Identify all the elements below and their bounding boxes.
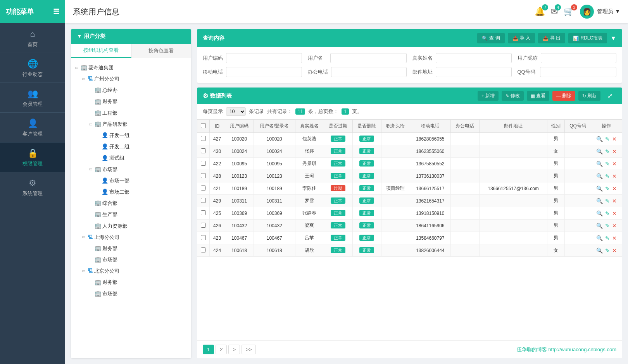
sidebar-item-home[interactable]: ⌂ 首页 — [0, 23, 65, 53]
row-search-icon[interactable]: 🔍 — [596, 173, 603, 179]
row-search-icon[interactable]: 🔍 — [596, 235, 603, 241]
tree-item-gz-4-1[interactable]: 👤开发一组 — [96, 130, 187, 141]
query-expand-button[interactable]: ▼ — [610, 33, 616, 43]
tab-org[interactable]: 按组织机构查看 — [71, 44, 131, 58]
input-user-name[interactable] — [330, 53, 407, 63]
row-checkbox[interactable] — [201, 185, 206, 191]
view-button[interactable]: ▦ 查看 — [527, 91, 549, 101]
row-edit-icon[interactable]: ✎ — [605, 247, 610, 254]
page-btn-2[interactable]: 2 — [216, 345, 227, 354]
tree-item-gz-7[interactable]: 🏢生产部 — [89, 209, 187, 220]
row-search-icon[interactable]: 🔍 — [596, 247, 603, 254]
tree-item-sh[interactable]: ▭🏗上海分公司 — [82, 232, 187, 243]
row-edit-icon[interactable]: ✎ — [605, 161, 610, 167]
refresh-button[interactable]: ↻ 刷新 — [578, 91, 600, 101]
row-edit-icon[interactable]: ✎ — [605, 173, 610, 179]
input-mobile[interactable] — [226, 67, 302, 77]
tab-role[interactable]: 按角色查看 — [131, 44, 192, 58]
tree-item-bj-1[interactable]: 🏢财务部 — [89, 277, 187, 288]
row-delete-icon[interactable]: ✕ — [612, 235, 617, 241]
tree-item-sh-2[interactable]: 🏢市场部 — [89, 254, 187, 265]
row-delete-icon[interactable]: ✕ — [612, 247, 617, 254]
row-search-icon[interactable]: 🔍 — [596, 185, 603, 192]
tree-item-gz[interactable]: ▭ 🏗 广州分公司 — [82, 73, 187, 84]
row-delete-icon[interactable]: ✕ — [612, 136, 617, 142]
input-nickname[interactable] — [541, 53, 617, 63]
delete-button[interactable]: — 删除 — [552, 91, 575, 101]
row-checkbox[interactable] — [201, 198, 206, 203]
row-delete-icon[interactable]: ✕ — [612, 161, 617, 167]
input-qq[interactable] — [540, 67, 617, 77]
row-edit-icon[interactable]: ✎ — [605, 136, 610, 142]
sidebar-item-system[interactable]: ⚙ 系统管理 — [0, 172, 65, 202]
row-search-icon[interactable]: 🔍 — [596, 148, 603, 155]
tree-item-gz-5-2[interactable]: 👤市场二部 — [96, 186, 187, 197]
tree-item-bj-2[interactable]: 🏢市场部 — [89, 288, 187, 299]
tree-item-gz-5[interactable]: ▭🏢市场部 — [89, 164, 187, 175]
row-edit-icon[interactable]: ✎ — [605, 148, 610, 155]
row-edit-icon[interactable]: ✎ — [605, 223, 610, 229]
page-size-select[interactable]: 10 20 50 100 — [226, 107, 246, 116]
row-checkbox[interactable] — [201, 223, 206, 228]
row-search-icon[interactable]: 🔍 — [596, 136, 603, 142]
row-checkbox[interactable] — [201, 161, 206, 166]
page-btn-1[interactable]: 1 — [203, 345, 214, 354]
row-search-icon[interactable]: 🔍 — [596, 198, 603, 204]
import-button[interactable]: 📥 导 入 — [508, 33, 535, 43]
row-search-icon[interactable]: 🔍 — [596, 210, 603, 216]
rdlc-button[interactable]: 📊 RDLC报表 — [568, 33, 607, 43]
sidebar-item-customer[interactable]: 👤 客户管理 — [0, 113, 65, 143]
row-delete-icon[interactable]: ✕ — [612, 173, 617, 179]
row-checkbox[interactable] — [201, 247, 206, 252]
notification-bell[interactable]: 🔔 7 — [535, 7, 545, 17]
user-profile[interactable]: 👩 管理员 ▼ — [580, 5, 620, 19]
row-checkbox[interactable] — [201, 235, 206, 240]
tree-item-gz-6[interactable]: 🏢综合部 — [89, 197, 187, 209]
tree-item-gz-2[interactable]: 🏢财务部 — [89, 96, 187, 107]
tree-item-gz-1[interactable]: 🏢总经办 — [89, 84, 187, 96]
select-all-checkbox[interactable] — [201, 123, 206, 128]
row-checkbox[interactable] — [201, 173, 206, 178]
sidebar-item-industry[interactable]: 🌐 行业动态 — [0, 53, 65, 83]
input-office-phone[interactable] — [331, 67, 407, 77]
tree-item-sh-1[interactable]: 🏢财务部 — [89, 243, 187, 254]
fullscreen-button[interactable]: ⤢ — [604, 91, 616, 101]
tree-item-gz-3[interactable]: 🏢工程部 — [89, 107, 187, 118]
notification-cart[interactable]: 🛒 3 — [564, 7, 574, 17]
edit-button[interactable]: ✎ 修改 — [502, 91, 524, 101]
input-email[interactable] — [436, 67, 512, 77]
row-edit-icon[interactable]: ✎ — [605, 198, 610, 204]
row-search-icon[interactable]: 🔍 — [596, 161, 603, 167]
tree-item-root[interactable]: ▭ 🏢 菱奇迪集团 — [75, 62, 187, 73]
page-btn-last[interactable]: >> — [242, 345, 256, 354]
export-button[interactable]: 📤 导 出 — [538, 33, 565, 43]
tree-item-gz-4-3[interactable]: 👤测试组 — [96, 153, 187, 164]
row-delete-icon[interactable]: ✕ — [612, 185, 617, 192]
sidebar-item-member[interactable]: 👥 会员管理 — [0, 83, 65, 113]
row-checkbox[interactable] — [201, 210, 206, 215]
sidebar-item-permission[interactable]: 🔒 权限管理 — [0, 143, 65, 172]
row-search-icon[interactable]: 🔍 — [596, 223, 603, 229]
input-user-code[interactable] — [226, 53, 302, 63]
new-button[interactable]: + 新增 — [478, 91, 499, 101]
row-delete-icon[interactable]: ✕ — [612, 148, 617, 155]
row-edit-icon[interactable]: ✎ — [605, 210, 610, 216]
tree-item-bj[interactable]: ▭🏗北京分公司 — [82, 265, 187, 276]
row-delete-icon[interactable]: ✕ — [612, 223, 617, 229]
row-checkbox[interactable] — [201, 148, 206, 153]
notification-mail[interactable]: ✉ 4 — [551, 7, 558, 17]
search-button[interactable]: 🔍 查 询 — [477, 33, 504, 43]
row-edit-icon[interactable]: ✎ — [605, 185, 610, 192]
table-row: 425 100369 100369 张静春 正常 正常 13918150910 … — [197, 207, 622, 220]
tree-item-gz-8[interactable]: 🏢人力资源部 — [89, 220, 187, 232]
row-delete-icon[interactable]: ✕ — [612, 198, 617, 204]
input-real-name[interactable] — [436, 53, 512, 63]
hamburger-icon[interactable]: ☰ — [53, 7, 59, 16]
page-btn-next[interactable]: > — [228, 345, 240, 354]
row-edit-icon[interactable]: ✎ — [605, 235, 610, 241]
row-checkbox[interactable] — [201, 136, 206, 141]
tree-item-gz-5-1[interactable]: 👤市场一部 — [96, 175, 187, 186]
row-delete-icon[interactable]: ✕ — [612, 210, 617, 216]
tree-item-gz-4[interactable]: ▭🏢产品研发部 — [89, 118, 187, 130]
tree-item-gz-4-2[interactable]: 👤开发二组 — [96, 141, 187, 152]
